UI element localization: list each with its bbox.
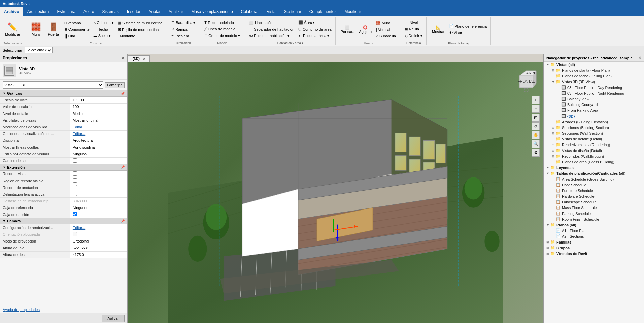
rampa-button[interactable]: ↗ Rampa [170,26,197,33]
textomodeladob-button[interactable]: T Texto modelado [203,20,242,26]
nivel-button[interactable]: ― Nivel [403,20,424,26]
pilar-button[interactable]: ▐ Pilar [63,33,91,39]
apply-button[interactable]: Aplicar [102,315,125,322]
tree-item[interactable]: 📋Area Schedule (Gross Building) [544,176,644,182]
tree-item[interactable]: ⊞📁Alzados (Building Elevation) [544,119,644,125]
ribbon-tab-anotar[interactable]: Anotar [144,7,164,16]
cubierta-button[interactable]: ⌂ Cubierta ▾ [92,20,115,26]
ribbon-tab-gestionar[interactable]: Gestionar [280,7,305,16]
camara-section-header[interactable]: ▼ Cámara 📌 [0,218,127,224]
tree-item[interactable]: ▼📁Planos (all) [544,222,644,228]
puerta-button[interactable]: 🚪 Puerta [45,18,62,41]
tree-item[interactable]: 📋Landscape Schedule [544,199,644,205]
ribbon-tab-arquitectura[interactable]: Arquitectura [23,7,53,16]
tree-item[interactable]: 🔲03 - Floor Public - Night Rendering [544,90,644,96]
orbit-button[interactable]: ↻ [532,122,540,130]
ribbon-tab-vista[interactable]: Vista [263,7,279,16]
tree-item[interactable]: ⊞📁Planos de planta (Floor Plan) [544,67,644,73]
tree-item[interactable]: ▼📁Vistas (all) [544,62,644,67]
graficos-section-header[interactable]: ▼ Gráficos 📌 [0,90,127,97]
estilo-value[interactable]: Ninguno [70,151,127,157]
disciplina-value[interactable]: Arquitectura [70,137,127,144]
ribbon-tab-modificar[interactable]: Modificar [341,7,365,16]
ribbon-tab-analizar[interactable]: Analizar [165,7,187,16]
settings-view-button[interactable]: ⚙ [532,149,540,157]
alturadestin-value[interactable]: 4175.0 [70,251,127,258]
escala-value[interactable]: 1 : 100 [70,97,127,103]
tree-item[interactable]: 🔲03 - Floor Public - Day Rendering [544,85,644,90]
area-button[interactable]: ⬛ Área ▾ [297,19,333,26]
recorteanotacion-check[interactable] [70,184,127,191]
barandilla-button[interactable]: ⊤ Barandilla ▾ [170,20,197,26]
tree-item[interactable]: ⊞📁Renderizaciones (Rendering) [544,142,644,148]
viewport-tab-3d[interactable]: {3D} ✕ [128,55,150,62]
porcara-button[interactable]: ⬜ Por cara [339,18,357,41]
separador-button[interactable]: — Separador de habitación [247,26,296,32]
planoreferencia-button[interactable]: 📄 Plano de referencia [447,23,488,29]
delimitacion-check[interactable] [70,191,127,198]
buhardilla-button[interactable]: ⌂ Buhardilla [374,33,398,39]
tree-item[interactable]: 🔲From Parking Area [544,107,644,113]
tree-item[interactable]: ▼📁Vistas 3D (3D View) [544,79,644,85]
tree-item[interactable]: ⊞📁Vínculos de Revit [544,251,644,256]
tree-item[interactable]: 📄A2 - Sections [544,233,644,239]
tree-item[interactable]: ▼📁Tablas de planificación/Cantidades (al… [544,170,644,176]
visibilidad-value[interactable]: Mostrar original [70,117,127,124]
ribbon-tab-colaborar[interactable]: Colaborar [237,7,263,16]
murohueco-button[interactable]: 🧱 Muro [374,20,398,26]
tree-item[interactable]: ⊞📁Secciones (Wall Section) [544,130,644,136]
techo-button[interactable]: ― Techo [92,26,115,32]
recortarvista-checkbox[interactable] [73,171,77,176]
help-link[interactable]: Ayuda de propiedades [0,306,127,313]
alturaojo-value[interactable]: 522165.8 [70,245,127,251]
ribbon-tab-masa-y-emplazamiento[interactable]: Masa y emplazamiento [187,7,237,16]
nav-cube[interactable]: FRONTAL ARRI [513,66,540,93]
grupomodelo-button[interactable]: ⊡ Grupo de modelo ▾ [203,33,242,39]
lineamodelo-button[interactable]: ╱ Línea de modelo [203,26,242,32]
suelo-button[interactable]: ▬ Suelo ▾ [92,33,115,39]
tree-item[interactable]: 📋Mass Floor Schedule [544,205,644,211]
niveldetalle-value[interactable]: Medio [70,110,127,117]
caminosol-checkbox[interactable] [73,158,77,163]
rejilla-button[interactable]: ⊞ Rejilla [403,26,424,32]
viewport-tab-close[interactable]: ✕ [143,57,145,61]
visor-button[interactable]: 👁 Visor [447,30,488,36]
tree-item[interactable]: 🔲{3D} [544,113,644,119]
selectbar-select[interactable]: Seleccionar ▾ [25,47,53,53]
recorteanotacion-checkbox[interactable] [73,185,77,189]
modoproyeccion-value[interactable]: Ortogonal [70,238,127,245]
tree-item[interactable]: ⊞📁Vistas de diseño (Detail) [544,148,644,153]
ribbon-tab-estructura[interactable]: Estructura [53,7,79,16]
pan-button[interactable]: ✋ [532,131,540,139]
cajaseccion-check[interactable] [70,211,127,218]
ribbon-tab-insertar[interactable]: Insertar [123,7,145,16]
etiquetararea-button[interactable]: 🏷 Etiquetar área ▾ [297,33,333,39]
tree-item[interactable]: ⊞📁Grupos [544,245,644,251]
ribbon-tab-acero[interactable]: Acero [79,7,98,16]
cajaseccion-checkbox[interactable] [73,212,77,216]
muro-button[interactable]: 🧱 Muro [28,18,44,41]
cajareferencia-value[interactable]: Ninguno [70,204,127,211]
contornoarea-button[interactable]: ⬡ Contorno de área [297,26,333,32]
delimitacion-checkbox[interactable] [73,192,77,196]
zoom-in-button[interactable]: + [532,96,540,104]
escalera-button[interactable]: ≡ Escalera [170,33,197,39]
tree-item[interactable]: 📋Parking Schedule [544,211,644,216]
prop-type-select[interactable]: Vista 3D: {3D} [3,81,103,89]
regionrecorte-check[interactable] [70,177,127,184]
tree-item[interactable]: 📋Hardware Schedule [544,193,644,199]
modifvis-value[interactable]: Editar... [70,124,127,130]
edit-type-button[interactable]: Editar tipo [105,82,125,88]
zoom-out-button[interactable]: − [532,105,540,113]
vertical-button[interactable]: | Vertical [374,27,398,33]
tree-item[interactable]: 📋Door Schedule [544,182,644,188]
montante-button[interactable]: | Montante [116,33,164,39]
renderizacion-value[interactable]: Editar... [70,224,127,231]
ventana-button[interactable]: □ Ventana [63,20,91,26]
rejillamuro-button[interactable]: ⊞ Rejilla de muro cortina [116,26,164,33]
ribbon-tab-sistemas[interactable]: Sistemas [98,7,123,16]
tree-item[interactable]: ⊞📁Recorridos (Walkthrough) [544,153,644,159]
tree-item[interactable]: ⊞📁Secciones (Building Section) [544,125,644,130]
browser-close-button[interactable]: ✕ [638,56,641,60]
tree-item[interactable]: ⊞📁Familias [544,239,644,245]
